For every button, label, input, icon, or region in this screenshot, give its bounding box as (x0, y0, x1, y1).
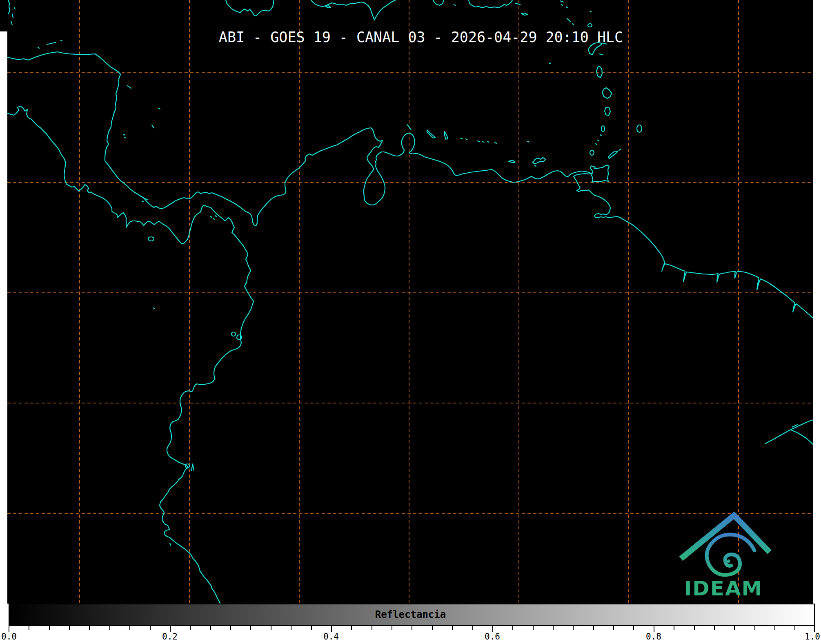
map-title: ABI - GOES 19 - CANAL 03 - 2026-04-29 20… (219, 29, 623, 45)
island-dominica (596, 66, 602, 78)
colorbar-tick-label: 1.0 (805, 632, 820, 642)
island-st-barth (566, 7, 567, 8)
island-orchila (495, 143, 496, 143)
colorbar-minor-ticks (9, 626, 815, 630)
coastline-amazon (765, 420, 813, 445)
island-tobago (608, 149, 621, 158)
island-trinidad (590, 165, 609, 182)
figure-margin-left (0, 31, 7, 604)
colorbar-major-tick (9, 626, 9, 632)
island-aruba (407, 125, 411, 130)
colorbar-tick-label: 0.4 (323, 632, 339, 642)
island-providencia (159, 108, 160, 109)
island-barbados (637, 125, 642, 132)
colorbar-tick-label: 0.0 (1, 632, 17, 642)
colorbar-major-tick (331, 626, 332, 632)
island-miskito (127, 86, 131, 88)
colorbar-major-tick (170, 626, 171, 632)
island-bonaire (445, 131, 448, 139)
island-antigua (588, 24, 592, 27)
logo-spiral (707, 535, 754, 575)
island-guanaja (61, 40, 62, 41)
island-st-croix (521, 13, 527, 15)
island-ile-a-vache (325, 6, 331, 8)
coastline-jamaica (226, 0, 274, 16)
coastline-belize (8, 0, 10, 13)
island-grenada (590, 150, 594, 155)
colorbar-tick-label: 0.6 (485, 632, 500, 642)
island-vieques (515, 3, 520, 4)
colorbar-tick-label: 0.2 (162, 632, 178, 642)
coastline-hispaniola (311, 0, 396, 20)
colorbar-major-tick (492, 626, 493, 632)
colorbar-major-tick (814, 626, 815, 632)
island-st-kitts (567, 18, 574, 25)
island-las-aves (461, 138, 467, 140)
island-barbuda (590, 11, 591, 12)
island-curacao (427, 130, 435, 138)
island-martinique (602, 88, 612, 98)
island-pearl (211, 216, 216, 219)
coastline-east-hispaniola (433, 0, 444, 5)
figure-margin-right (813, 0, 821, 604)
river-guayas (191, 464, 194, 470)
island-st-vincent (601, 126, 605, 131)
coastline-caribbean-mainland (7, 52, 813, 318)
logo-spiral-eye (727, 559, 730, 563)
island-st-lucia (605, 107, 610, 116)
island-blanquilla (527, 141, 529, 142)
ideam-logo-text: IDEAM (674, 577, 772, 600)
island-margarita (533, 158, 545, 166)
island-mona (454, 4, 455, 5)
logo-roof (681, 515, 770, 559)
lagoon-ring (237, 335, 242, 340)
island-anguilla (560, 1, 563, 5)
island-malpelo (154, 308, 155, 309)
island-cay (14, 8, 15, 9)
colorbar-tick-label: 0.8 (646, 632, 661, 642)
colorbar-label: Reflectancia (0, 609, 821, 620)
coastline-puerto-rico (469, 0, 512, 8)
island-cay (11, 21, 12, 25)
island-corn (124, 134, 126, 138)
island-los-roques (478, 141, 489, 142)
island-aves (549, 63, 550, 64)
island-grenadines (596, 135, 601, 145)
island-lobos (170, 543, 171, 545)
island-roatan (47, 42, 56, 45)
island-coiba (148, 237, 154, 241)
island-cay (12, 14, 13, 18)
island-san-andres (152, 125, 154, 128)
colorbar-major-tick (654, 626, 654, 632)
island-utila (38, 47, 39, 48)
island-tortuga (509, 160, 515, 163)
coastline-pacific-mainland (7, 106, 254, 603)
lagoon-ring (231, 332, 236, 336)
